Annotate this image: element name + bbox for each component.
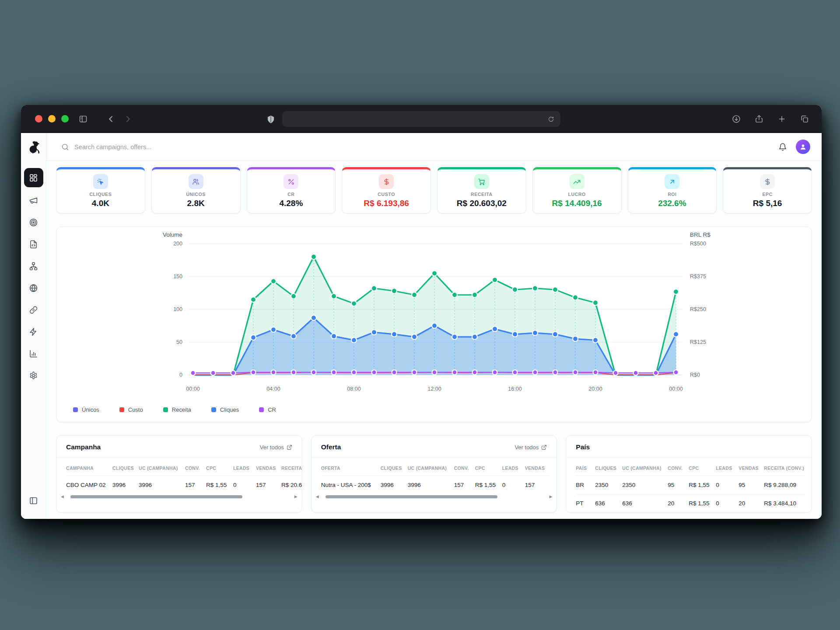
sidebar-item-scripts[interactable] [25, 235, 42, 253]
legend-label: Custo [128, 406, 143, 413]
legend-item-cr[interactable]: CR [259, 406, 276, 413]
table-row[interactable]: Nutra - USA - 200$39963996157R$ 1,550157 [321, 476, 549, 494]
column-header: RECEITA (CONV.) [281, 460, 302, 476]
sidebar-item-tracking[interactable] [25, 214, 42, 231]
dollar-icon [760, 174, 775, 189]
ver-todos-link[interactable]: Ver todos [514, 444, 547, 451]
tab-overview-button[interactable] [796, 111, 813, 127]
search-box[interactable] [61, 143, 770, 151]
sidebar-item-domains[interactable] [25, 279, 42, 297]
new-tab-button[interactable] [774, 111, 790, 127]
back-button[interactable] [103, 111, 119, 127]
table-cell: 157 [185, 476, 206, 494]
kpi-label: LUCRO [568, 192, 585, 197]
horizontal-scrollbar[interactable]: ◀ ▶ [312, 494, 557, 503]
sidebar-item-dashboard[interactable] [24, 168, 43, 187]
table-cell: 95 [738, 476, 764, 494]
column-header: LEADS [502, 460, 525, 476]
legend-label: CR [268, 406, 276, 413]
legend-item-custo[interactable]: Custo [119, 406, 143, 413]
table-cell: PT [576, 494, 595, 513]
svg-text:00:00: 00:00 [669, 386, 682, 392]
share-button[interactable] [751, 111, 767, 127]
kpi-card-unicos: ÚNICOS2.8K [151, 167, 241, 214]
legend-label: Únicos [82, 406, 99, 413]
kpi-card-lucro: LUCROR$ 14.409,16 [532, 167, 622, 214]
horizontal-scrollbar[interactable]: ◀ ▶ [56, 494, 302, 503]
scrollbar-thumb[interactable] [326, 495, 497, 498]
svg-text:16:00: 16:00 [508, 386, 522, 392]
table-cell: R$ 1,55 [689, 494, 716, 513]
legend-item-cliques[interactable]: Cliques [211, 406, 239, 413]
kpi-value: 232.6% [658, 199, 686, 208]
sidebar-item-automation[interactable] [25, 323, 42, 340]
sidebar-toggle-icon[interactable] [75, 111, 91, 127]
table-cell: 157 [525, 476, 549, 494]
traffic-lights [35, 115, 69, 122]
table-cell: 636 [622, 494, 668, 513]
sidebar-item-structure[interactable] [25, 257, 42, 275]
table-row[interactable]: CBO CAMP 0239963996157R$ 1,550157R$ 20.6… [66, 476, 302, 494]
search-input[interactable] [74, 144, 258, 150]
svg-text:100: 100 [173, 306, 182, 312]
traffic-chart-card: 050100150200R$0R$125R$250R$375R$500Volum… [56, 227, 812, 422]
table-cell: R$ 20.603,02 [281, 476, 302, 494]
legend-label: Cliques [220, 406, 239, 413]
table-cell: 0 [716, 476, 738, 494]
kpi-value: R$ 5,16 [753, 199, 782, 208]
address-bar[interactable] [282, 111, 560, 127]
table-title: Campanha [66, 443, 101, 451]
reload-icon[interactable] [546, 114, 556, 124]
cart-icon [474, 174, 489, 189]
app-logo[interactable] [21, 133, 46, 161]
legend-swatch [259, 407, 264, 412]
downloads-button[interactable] [728, 111, 745, 127]
sidebar-item-settings[interactable] [25, 367, 42, 384]
scrollbar-track[interactable] [66, 495, 292, 499]
gear-icon [29, 371, 38, 380]
kpi-value: 4.28% [279, 199, 303, 208]
notifications-bell-icon[interactable] [775, 139, 791, 155]
legend-item-receita[interactable]: Receita [163, 406, 191, 413]
zoom-button[interactable] [61, 115, 69, 122]
scroll-right-arrow[interactable]: ▶ [294, 495, 298, 499]
sidebar-item-links[interactable] [25, 301, 42, 318]
forward-button[interactable] [119, 111, 136, 127]
table-cell: R$ 3.484,10 [764, 494, 806, 513]
table-row[interactable]: PT63663620R$ 1,55020R$ 3.484,10 [576, 494, 806, 513]
legend-label: Receita [172, 406, 191, 413]
legend-item-únicos[interactable]: Únicos [73, 406, 99, 413]
sidebar-item-campaigns[interactable] [25, 192, 42, 209]
svg-text:R$250: R$250 [690, 306, 706, 312]
legend-swatch [211, 407, 216, 412]
search-icon [61, 143, 69, 151]
summary-tables-row: CampanhaVer todosCAMPANHACLIQUESUC (CAMP… [56, 435, 812, 513]
table-row[interactable]: BR2350235095R$ 1,55095R$ 9.288,09 [576, 476, 806, 494]
column-header: UC (CAMPANHA) [622, 460, 668, 476]
column-header: UC (CAMPANHA) [139, 460, 185, 476]
sidebar-collapse-button[interactable] [25, 492, 42, 509]
svg-text:50: 50 [176, 339, 182, 345]
minimize-button[interactable] [48, 115, 56, 122]
table-cell: 636 [595, 494, 622, 513]
table-cell: 20 [738, 494, 764, 513]
close-button[interactable] [35, 115, 42, 122]
table-cell: 95 [668, 476, 689, 494]
scroll-left-arrow[interactable]: ◀ [316, 495, 319, 499]
scrollbar-thumb[interactable] [70, 495, 242, 498]
avatar[interactable] [796, 140, 810, 154]
shield-icon[interactable] [262, 111, 279, 128]
kpi-card-receita: RECEITAR$ 20.603,02 [437, 167, 526, 214]
sidebar-item-reports[interactable] [25, 345, 42, 362]
table-cell: 0 [233, 476, 256, 494]
kpi-value: 2.8K [187, 199, 205, 208]
scroll-right-arrow[interactable]: ▶ [549, 495, 552, 499]
ver-todos-link[interactable]: Ver todos [260, 444, 292, 451]
dog-logo-icon [27, 140, 40, 154]
kpi-value: R$ 20.603,02 [457, 199, 507, 208]
scroll-left-arrow[interactable]: ◀ [61, 495, 64, 499]
svg-text:12:00: 12:00 [427, 386, 441, 392]
column-header: CONV. [185, 460, 206, 476]
external-link-icon [287, 444, 292, 450]
scrollbar-track[interactable] [321, 495, 547, 499]
